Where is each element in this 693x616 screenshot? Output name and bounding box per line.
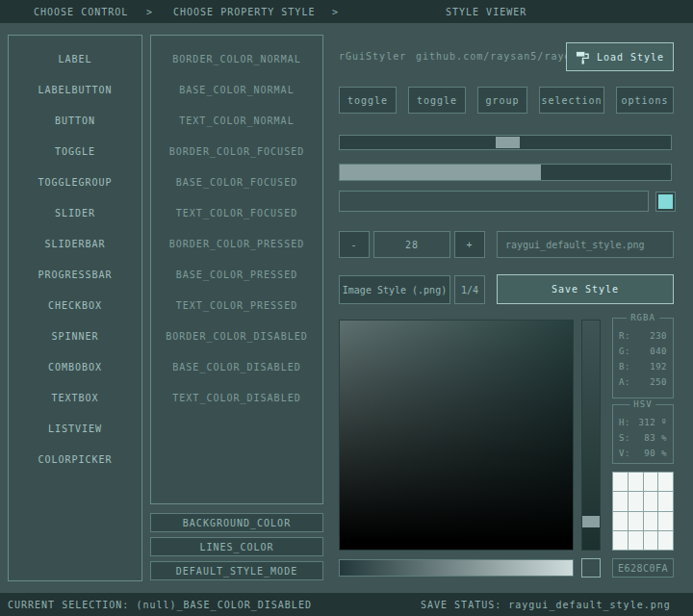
rgba-b-label: B: [619,362,630,372]
property-list-item-base-color-normal[interactable]: BASE_COLOR_NORMAL [151,74,322,105]
toggle-button-1[interactable]: toggle [339,87,397,114]
spinner-decrement-button[interactable]: - [339,231,370,258]
rgba-b-value: 192 [650,362,667,372]
slider-bar[interactable] [339,164,672,181]
controls-list-panel: LABEL LABELBUTTON BUTTON TOGGLE TOGGLEGR… [8,35,142,581]
property-list-item-base-color-pressed[interactable]: BASE_COLOR_PRESSED [151,259,322,290]
spinner-value-box[interactable]: 28 [373,231,450,258]
load-style-button[interactable]: Load Style [566,42,674,71]
properties-list-panel: BORDER_COLOR_NORMAL BASE_COLOR_NORMAL TE… [150,35,323,504]
property-list-item-base-color-focused[interactable]: BASE_COLOR_FOCUSED [151,167,322,197]
hsv-h-label: H: [619,418,630,427]
control-list-item-labelbutton[interactable]: LABELBUTTON [9,74,141,105]
hsv-row-h: H: 312 º [613,415,673,430]
toggle-button-group[interactable]: group [477,87,527,114]
property-list-item-text-color-focused[interactable]: TEXT_COLOR_FOCUSED [151,197,322,228]
palette-cell[interactable] [658,473,673,491]
hue-slider-handle[interactable] [582,516,600,527]
toggle-button-options[interactable]: options [616,87,674,114]
property-list-item-border-color-normal[interactable]: BORDER_COLOR_NORMAL [151,43,322,74]
text-input[interactable] [339,191,649,212]
palette-cell[interactable] [613,512,628,530]
control-list-item-slider[interactable]: SLIDER [9,197,141,228]
palette-cell[interactable] [644,512,658,530]
palette-cell[interactable] [644,492,658,510]
hsv-s-label: S: [619,433,630,443]
hsv-h-value: 312 º [638,418,667,427]
style-filename-input[interactable]: raygui_default_style.png [497,231,674,258]
slider[interactable] [339,135,672,150]
image-style-button[interactable]: Image Style (.png) [339,275,450,304]
palette-cell[interactable] [658,492,673,510]
control-list-item-spinner[interactable]: SPINNER [9,321,141,351]
palette-cell[interactable] [658,512,673,530]
save-style-button[interactable]: Save Style [497,274,674,304]
repo-link[interactable]: github.com/raysan5/raygui [416,51,585,62]
rgba-a-value: 250 [650,377,667,387]
control-list-item-sliderbar[interactable]: SLIDERBAR [9,228,141,259]
palette-cell[interactable] [644,531,658,550]
slider-bar-fill [340,165,541,180]
rgba-r-value: 230 [650,331,667,341]
control-list-item-togglegroup[interactable]: TOGGLEGROUP [9,167,141,197]
property-list-item-text-color-disabled[interactable]: TEXT_COLOR_DISABLED [151,382,322,413]
palette-cell[interactable] [629,473,643,491]
topbar-choose-property-style: CHOOSE PROPERTY STYLE [173,7,315,17]
top-bar: CHOOSE CONTROL > CHOOSE PROPERTY STYLE >… [0,0,693,23]
hsv-groupbox: HSV H: 312 º S: 83 % V: 90 % [612,404,674,464]
palette-cell[interactable] [613,492,628,510]
load-style-label: Load Style [597,52,664,63]
palette-cell[interactable] [613,531,628,550]
rgba-title: RGBA [627,313,659,322]
palette-cell[interactable] [658,531,673,550]
property-list-item-border-color-disabled[interactable]: BORDER_COLOR_DISABLED [151,321,322,351]
control-list-item-toggle[interactable]: TOGGLE [9,136,141,167]
checkbox[interactable] [655,192,676,212]
spinner-increment-button[interactable]: + [454,231,485,258]
app-name-label: rGuiStyler [339,51,406,62]
background-color-button[interactable]: BACKGROUND_COLOR [150,513,323,532]
property-list-item-text-color-normal[interactable]: TEXT_COLOR_NORMAL [151,105,322,136]
palette-cell[interactable] [644,473,658,491]
control-list-item-combobox[interactable]: COMBOBOX [9,351,141,382]
status-bar: CURRENT SELECTION: (null)_BASE_COLOR_DIS… [0,593,693,616]
rgba-row-a: A: 250 [613,374,673,390]
property-list-item-border-color-focused[interactable]: BORDER_COLOR_FOCUSED [151,136,322,167]
topbar-style-viewer: STYLE VIEWER [446,7,526,17]
palette-cell[interactable] [613,473,628,491]
control-list-item-listview[interactable]: LISTVIEW [9,413,141,444]
hsv-row-s: S: 83 % [613,430,673,446]
hex-color-input[interactable]: E628C0FA [612,558,674,578]
palette-cell[interactable] [629,531,643,550]
control-list-item-colorpicker[interactable]: COLORPICKER [9,444,141,475]
control-list-item-progressbar[interactable]: PROGRESSBAR [9,259,141,290]
property-list-item-base-color-disabled[interactable]: BASE_COLOR_DISABLED [151,351,322,382]
toggle-button-selection[interactable]: selection [539,87,604,114]
hsv-s-value: 83 % [644,433,667,443]
slider-handle[interactable] [496,137,520,148]
page-indicator: 1/4 [454,275,485,304]
toggle-group: toggle toggle group selection options [339,87,674,114]
color-picker-gradient[interactable] [339,320,574,551]
control-list-item-textbox[interactable]: TEXTBOX [9,382,141,413]
chevron-right-icon: > [146,7,153,17]
paint-roller-icon [576,50,590,64]
alpha-slider[interactable] [339,559,574,577]
lines-color-button[interactable]: LINES_COLOR [150,537,323,556]
control-list-item-button[interactable]: BUTTON [9,105,141,136]
property-list-item-border-color-pressed[interactable]: BORDER_COLOR_PRESSED [151,228,322,259]
palette-cell[interactable] [629,512,643,530]
rguistyler-window: CHOOSE CONTROL > CHOOSE PROPERTY STYLE >… [0,0,693,616]
default-style-mode-button[interactable]: DEFAULT_STYLE_MODE [150,561,323,580]
control-list-item-label[interactable]: LABEL [9,43,141,74]
palette-cell[interactable] [629,492,643,510]
alpha-handle-box[interactable] [581,558,601,578]
hsv-row-v: V: 90 % [613,446,673,461]
toggle-button-2[interactable]: toggle [408,87,466,114]
control-list-item-checkbox[interactable]: CHECKBOX [9,290,141,321]
hue-slider[interactable] [581,320,601,551]
rgba-row-r: R: 230 [613,328,673,344]
property-list-item-text-color-pressed[interactable]: TEXT_COLOR_PRESSED [151,290,322,321]
rgba-a-label: A: [619,377,630,387]
rgba-g-value: 040 [650,346,667,356]
